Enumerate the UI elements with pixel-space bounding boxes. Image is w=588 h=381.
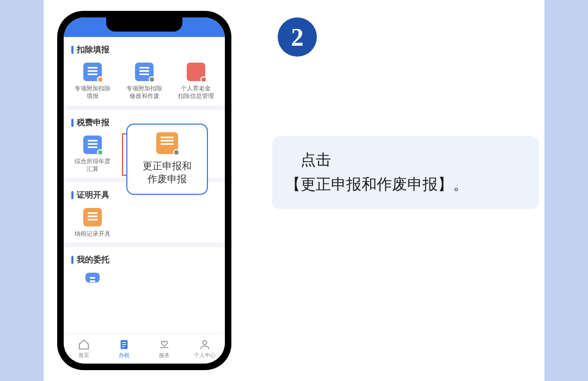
item-delegation[interactable]: [67, 273, 119, 286]
tab-tax[interactable]: 办税: [104, 334, 144, 364]
document-icon: [135, 63, 154, 81]
document-cancel-icon: [156, 132, 178, 154]
empty-cell: [170, 208, 222, 237]
tab-label: 服务: [159, 352, 170, 359]
item-deduction-fill[interactable]: 专项附加扣除 填报: [67, 63, 119, 100]
bubble-line1: 更正申报和: [143, 159, 192, 173]
document-icon: [85, 273, 100, 282]
section-title-deduction: 扣除填报: [64, 37, 225, 59]
item-label: 综合所得年度: [75, 157, 111, 165]
tab-bar: 首页 办税 服务 个人中心: [64, 333, 225, 364]
delegation-grid: [64, 269, 225, 291]
heart-hands-icon: [158, 339, 170, 351]
item-label: 专项附加扣除: [126, 84, 162, 92]
section-title-text: 证明开具: [77, 190, 109, 200]
empty-cell: [170, 273, 222, 286]
item-tax-record[interactable]: 纳税记录开具: [67, 208, 119, 237]
section-marker: [71, 256, 74, 264]
instruction-line1: 点击: [285, 148, 526, 173]
item-label: 汇算: [87, 165, 99, 173]
item-label: 纳税记录开具: [75, 230, 111, 237]
home-icon: [78, 339, 90, 351]
person-icon: [187, 63, 205, 81]
tab-home[interactable]: 首页: [64, 334, 104, 364]
item-label: 专项附加扣除: [75, 84, 111, 92]
section-title-text: 扣除填报: [77, 45, 109, 55]
bubble-line2: 作废申报: [148, 173, 187, 186]
item-label: 个人养老金: [181, 84, 211, 92]
empty-cell: [119, 208, 170, 237]
svg-point-1: [203, 340, 206, 344]
person-icon: [199, 339, 211, 351]
section-marker: [71, 191, 74, 199]
instruction-line2: 【更正申报和作废申报】。: [285, 173, 526, 197]
section-marker: [71, 46, 74, 54]
deduction-grid: 专项附加扣除 填报 专项附加扣除 修改和作废 个人养老金 扣除信息管理: [64, 59, 225, 106]
section-divider: [64, 106, 225, 110]
item-pension[interactable]: 个人养老金 扣除信息管理: [170, 63, 222, 100]
section-title-text: 税费申报: [77, 118, 109, 128]
tab-label: 办税: [119, 352, 130, 359]
badge-dot-icon: [200, 76, 207, 83]
item-label: 扣除信息管理: [178, 92, 214, 100]
step-number: 2: [291, 23, 304, 52]
item-label: 修改和作废: [130, 92, 160, 100]
callout-bubble: 更正申报和 作废申报: [126, 124, 208, 195]
item-annual-settlement[interactable]: 综合所得年度 汇算: [67, 136, 119, 173]
section-title-delegation: 我的委托: [64, 247, 225, 269]
phone-frame: 扣除填报 专项附加扣除 填报 专项附加扣除 修改和作废: [57, 11, 231, 370]
tab-label: 首页: [78, 352, 89, 359]
section-marker: [71, 119, 74, 127]
phone-screen: 扣除填报 专项附加扣除 填报 专项附加扣除 修改和作废: [64, 17, 225, 364]
empty-cell: [119, 273, 170, 286]
phone-notch: [106, 17, 182, 32]
tab-label: 个人中心: [194, 352, 216, 359]
section-divider: [64, 243, 225, 247]
section-title-text: 我的委托: [77, 255, 109, 265]
badge-dot-icon: [97, 76, 103, 83]
step-number-badge: 2: [278, 17, 317, 57]
instruction-box: 点击 【更正申报和作废申报】。: [272, 136, 539, 209]
certificate-grid: 纳税记录开具: [64, 205, 225, 243]
document-icon: [83, 136, 102, 154]
item-deduction-modify[interactable]: 专项附加扣除 修改和作废: [119, 63, 170, 100]
badge-dot-icon: [97, 149, 103, 156]
document-icon: [83, 208, 102, 226]
tab-service[interactable]: 服务: [144, 334, 185, 364]
badge-dot-icon: [173, 149, 180, 156]
item-label: 填报: [87, 92, 99, 100]
document-icon: [118, 339, 130, 351]
badge-dot-icon: [149, 76, 155, 83]
document-icon: [83, 63, 102, 81]
page-stage: 扣除填报 专项附加扣除 填报 专项附加扣除 修改和作废: [44, 0, 544, 381]
tab-profile[interactable]: 个人中心: [185, 334, 225, 364]
